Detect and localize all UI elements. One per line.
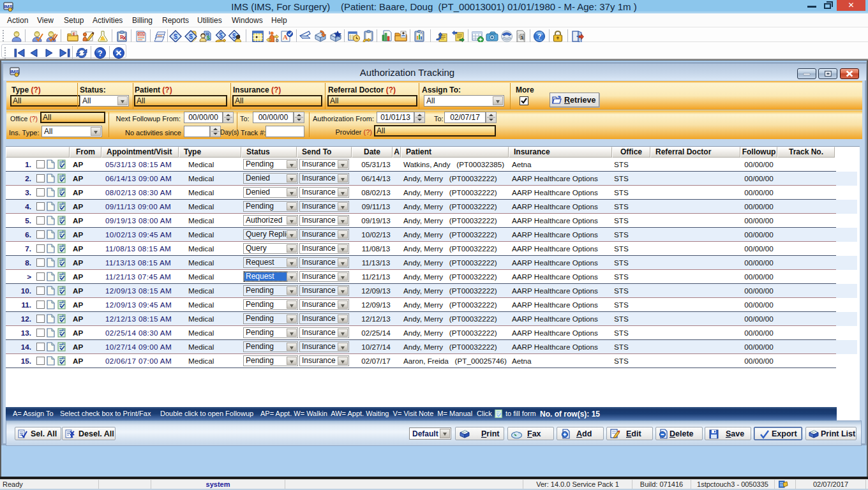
svg-text:?: ? bbox=[98, 49, 102, 58]
svg-text:DOC: DOC bbox=[138, 33, 145, 36]
svg-text:$: $ bbox=[232, 32, 236, 40]
svg-text:I: I bbox=[269, 30, 270, 36]
svg-text:$: $ bbox=[219, 32, 223, 39]
svg-text:?: ? bbox=[537, 33, 541, 40]
svg-text:$: $ bbox=[174, 33, 177, 40]
svg-text:$: $ bbox=[521, 35, 523, 40]
svg-text:$: $ bbox=[207, 34, 211, 41]
svg-text:$: $ bbox=[189, 33, 193, 40]
